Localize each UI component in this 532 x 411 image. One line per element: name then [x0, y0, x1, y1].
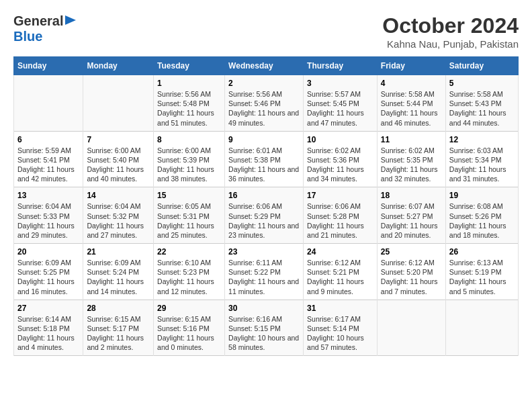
day-number: 10 — [307, 135, 373, 144]
cell-sun-info: Sunrise: 6:09 AMSunset: 5:24 PMDaylight:… — [87, 258, 150, 296]
calendar-cell: 8Sunrise: 6:00 AMSunset: 5:39 PMDaylight… — [154, 131, 225, 187]
cell-sun-info: Sunrise: 6:08 AMSunset: 5:26 PMDaylight:… — [449, 201, 515, 240]
calendar-cell: 4Sunrise: 5:58 AMSunset: 5:44 PMDaylight… — [377, 75, 445, 132]
day-number: 31 — [307, 304, 373, 313]
day-number: 22 — [157, 247, 221, 257]
cell-sun-info: Sunrise: 6:11 AMSunset: 5:22 PMDaylight:… — [228, 258, 300, 296]
cell-sun-info: Sunrise: 6:12 AMSunset: 5:21 PMDaylight:… — [307, 258, 373, 296]
day-number: 19 — [449, 191, 515, 200]
calendar-cell: 25Sunrise: 6:12 AMSunset: 5:20 PMDayligh… — [377, 244, 445, 300]
day-number: 2 — [228, 79, 300, 88]
day-number: 4 — [381, 79, 442, 88]
calendar-cell: 13Sunrise: 6:04 AMSunset: 5:33 PMDayligh… — [14, 187, 83, 244]
calendar-week-row: 6Sunrise: 5:59 AMSunset: 5:41 PMDaylight… — [14, 131, 519, 187]
cell-sun-info: Sunrise: 6:09 AMSunset: 5:25 PMDaylight:… — [17, 258, 79, 296]
day-number: 26 — [449, 247, 515, 257]
calendar-cell: 10Sunrise: 6:02 AMSunset: 5:36 PMDayligh… — [304, 131, 378, 187]
col-sunday: Sunday — [14, 57, 83, 75]
calendar-week-row: 1Sunrise: 5:56 AMSunset: 5:48 PMDaylight… — [14, 75, 519, 132]
col-saturday: Saturday — [445, 57, 518, 75]
calendar-cell: 12Sunrise: 6:03 AMSunset: 5:34 PMDayligh… — [445, 131, 518, 187]
calendar-table: Sunday Monday Tuesday Wednesday Thursday… — [13, 56, 519, 356]
cell-sun-info: Sunrise: 5:59 AMSunset: 5:41 PMDaylight:… — [17, 146, 79, 184]
logo-blue: Blue — [13, 29, 42, 44]
col-wednesday: Wednesday — [225, 57, 304, 75]
cell-sun-info: Sunrise: 6:10 AMSunset: 5:23 PMDaylight:… — [157, 258, 221, 296]
cell-sun-info: Sunrise: 6:16 AMSunset: 5:15 PMDaylight:… — [228, 314, 300, 353]
cell-sun-info: Sunrise: 5:57 AMSunset: 5:45 PMDaylight:… — [307, 89, 373, 128]
day-number: 21 — [87, 247, 150, 257]
day-number: 25 — [381, 247, 442, 257]
day-number: 13 — [17, 191, 79, 200]
calendar-week-row: 20Sunrise: 6:09 AMSunset: 5:25 PMDayligh… — [14, 244, 519, 300]
cell-sun-info: Sunrise: 6:12 AMSunset: 5:20 PMDaylight:… — [381, 258, 442, 296]
day-number: 23 — [228, 247, 300, 257]
cell-sun-info: Sunrise: 5:56 AMSunset: 5:46 PMDaylight:… — [228, 89, 300, 128]
cell-sun-info: Sunrise: 6:03 AMSunset: 5:34 PMDaylight:… — [449, 146, 515, 184]
calendar-cell: 9Sunrise: 6:01 AMSunset: 5:38 PMDaylight… — [225, 131, 304, 187]
col-friday: Friday — [377, 57, 445, 75]
cell-sun-info: Sunrise: 6:04 AMSunset: 5:33 PMDaylight:… — [17, 201, 79, 240]
calendar-cell: 20Sunrise: 6:09 AMSunset: 5:25 PMDayligh… — [14, 244, 83, 300]
day-number: 20 — [17, 247, 79, 257]
calendar-cell: 15Sunrise: 6:05 AMSunset: 5:31 PMDayligh… — [154, 187, 225, 244]
calendar-cell: 21Sunrise: 6:09 AMSunset: 5:24 PMDayligh… — [83, 244, 154, 300]
calendar-cell: 14Sunrise: 6:04 AMSunset: 5:32 PMDayligh… — [83, 187, 154, 244]
cell-sun-info: Sunrise: 6:15 AMSunset: 5:17 PMDaylight:… — [87, 314, 150, 353]
calendar-cell: 1Sunrise: 5:56 AMSunset: 5:48 PMDaylight… — [154, 75, 225, 132]
day-number: 28 — [87, 304, 150, 313]
col-tuesday: Tuesday — [154, 57, 225, 75]
calendar-cell: 29Sunrise: 6:15 AMSunset: 5:16 PMDayligh… — [154, 300, 225, 356]
calendar-week-row: 27Sunrise: 6:14 AMSunset: 5:18 PMDayligh… — [14, 300, 519, 356]
day-number: 24 — [307, 247, 373, 257]
day-number: 3 — [307, 79, 373, 88]
calendar-cell: 19Sunrise: 6:08 AMSunset: 5:26 PMDayligh… — [445, 187, 518, 244]
cell-sun-info: Sunrise: 6:17 AMSunset: 5:14 PMDaylight:… — [307, 314, 373, 353]
col-monday: Monday — [83, 57, 154, 75]
cell-sun-info: Sunrise: 6:04 AMSunset: 5:32 PMDaylight:… — [87, 201, 150, 240]
day-number: 5 — [449, 79, 515, 88]
logo-arrow-icon — [65, 15, 76, 28]
calendar-cell: 3Sunrise: 5:57 AMSunset: 5:45 PMDaylight… — [304, 75, 378, 132]
day-number: 14 — [87, 191, 150, 200]
cell-sun-info: Sunrise: 6:14 AMSunset: 5:18 PMDaylight:… — [17, 314, 79, 353]
calendar-header-row: Sunday Monday Tuesday Wednesday Thursday… — [14, 57, 519, 75]
calendar-cell: 30Sunrise: 6:16 AMSunset: 5:15 PMDayligh… — [225, 300, 304, 356]
cell-sun-info: Sunrise: 6:02 AMSunset: 5:36 PMDaylight:… — [307, 146, 373, 184]
logo: General Blue — [13, 13, 76, 44]
calendar-cell — [445, 300, 518, 356]
day-number: 11 — [381, 135, 442, 144]
day-number: 15 — [157, 191, 221, 200]
calendar-cell: 24Sunrise: 6:12 AMSunset: 5:21 PMDayligh… — [304, 244, 378, 300]
calendar-cell: 16Sunrise: 6:06 AMSunset: 5:29 PMDayligh… — [225, 187, 304, 244]
cell-sun-info: Sunrise: 6:05 AMSunset: 5:31 PMDaylight:… — [157, 201, 221, 240]
cell-sun-info: Sunrise: 5:58 AMSunset: 5:43 PMDaylight:… — [449, 89, 515, 128]
calendar-cell: 2Sunrise: 5:56 AMSunset: 5:46 PMDaylight… — [225, 75, 304, 132]
cell-sun-info: Sunrise: 6:02 AMSunset: 5:35 PMDaylight:… — [381, 146, 442, 184]
day-number: 7 — [87, 135, 150, 144]
cell-sun-info: Sunrise: 6:13 AMSunset: 5:19 PMDaylight:… — [449, 258, 515, 296]
calendar-cell: 6Sunrise: 5:59 AMSunset: 5:41 PMDaylight… — [14, 131, 83, 187]
col-thursday: Thursday — [304, 57, 378, 75]
cell-sun-info: Sunrise: 5:56 AMSunset: 5:48 PMDaylight:… — [157, 89, 221, 128]
calendar-cell: 22Sunrise: 6:10 AMSunset: 5:23 PMDayligh… — [154, 244, 225, 300]
cell-sun-info: Sunrise: 6:00 AMSunset: 5:40 PMDaylight:… — [87, 146, 150, 184]
calendar-cell: 26Sunrise: 6:13 AMSunset: 5:19 PMDayligh… — [445, 244, 518, 300]
cell-sun-info: Sunrise: 6:00 AMSunset: 5:39 PMDaylight:… — [157, 146, 221, 184]
cell-sun-info: Sunrise: 6:06 AMSunset: 5:29 PMDaylight:… — [228, 201, 300, 240]
logo-general: General — [13, 13, 63, 29]
day-number: 8 — [157, 135, 221, 144]
calendar-cell: 23Sunrise: 6:11 AMSunset: 5:22 PMDayligh… — [225, 244, 304, 300]
calendar-cell: 5Sunrise: 5:58 AMSunset: 5:43 PMDaylight… — [445, 75, 518, 132]
day-number: 27 — [17, 304, 79, 313]
calendar-cell: 31Sunrise: 6:17 AMSunset: 5:14 PMDayligh… — [304, 300, 378, 356]
day-number: 1 — [157, 79, 221, 88]
day-number: 30 — [228, 304, 300, 313]
calendar-cell — [83, 75, 154, 132]
title-area: October 2024 Kahna Nau, Punjab, Pakistan — [382, 13, 519, 50]
cell-sun-info: Sunrise: 6:07 AMSunset: 5:27 PMDaylight:… — [381, 201, 442, 240]
calendar-week-row: 13Sunrise: 6:04 AMSunset: 5:33 PMDayligh… — [14, 187, 519, 244]
calendar-cell: 7Sunrise: 6:00 AMSunset: 5:40 PMDaylight… — [83, 131, 154, 187]
page-header: General Blue October 2024 Kahna Nau, Pun… — [13, 13, 519, 50]
calendar-cell: 17Sunrise: 6:06 AMSunset: 5:28 PMDayligh… — [304, 187, 378, 244]
